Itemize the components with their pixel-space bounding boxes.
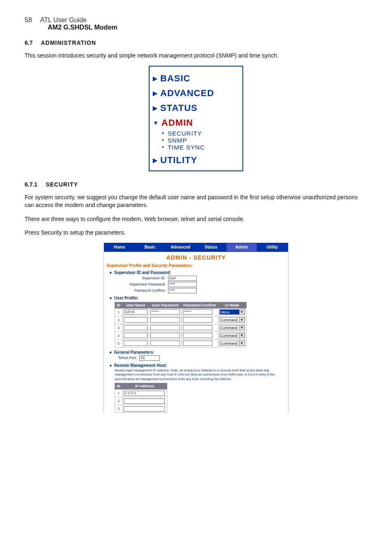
username-input[interactable] [124,341,148,346]
menu-item-basic[interactable]: ▶ BASIC [153,73,239,84]
cell-id: 4 [115,332,122,339]
uimode-select[interactable]: Command▼ [219,333,245,338]
table-row: 4Command▼ [115,332,247,339]
menu-item-status[interactable]: ▶ STATUS [153,103,239,113]
guide-title: ATL User Guide [40,16,87,24]
supervisor-pw-label: Supervisor Password: [120,282,168,286]
page-title: ADMIN - SECURITY [104,254,288,261]
th-ip: IP Address [122,383,167,389]
submenu-snmp[interactable]: SNMP [162,137,239,144]
userpw-input[interactable] [150,317,180,322]
uimode-select[interactable]: Menu▼ [219,309,245,315]
subsection-p1: For system security, we suggest you chan… [25,193,367,210]
subsection-p3: Press Security to setup the parameters. [25,229,367,237]
section-remote-host: Remote Management Host: [110,363,288,368]
section-intro-text: This session introduces security and sim… [25,52,367,60]
supervisor-pw-input[interactable]: **** [168,282,197,287]
submenu-timesync[interactable]: TIME SYNC [162,144,239,151]
uimode-select[interactable]: Command▼ [219,341,245,346]
submenu-security[interactable]: SECURITY [162,130,239,137]
cell-id: 3 [115,405,122,413]
menu-item-utility[interactable]: ▶ UTILITY [153,155,239,166]
chevron-right-icon: ▶ [153,157,158,163]
section-title: ADMINISTRATION [41,39,96,46]
table-row: 5Command▼ [115,339,247,347]
cell-id: 5 [115,339,122,347]
tab-basic[interactable]: Basic [135,243,165,251]
th-id: ID [115,302,122,308]
menu-item-admin[interactable]: ▼ ADMIN [153,117,239,128]
username-input[interactable] [124,333,148,338]
cell-id: 2 [115,316,122,324]
tab-advanced[interactable]: Advanced [166,243,196,251]
menu-item-advanced[interactable]: ▶ ADVANCED [153,88,239,99]
userpw-input[interactable] [150,325,180,330]
username-input[interactable] [124,325,148,330]
dropdown-icon: ▼ [239,325,244,330]
supervisor-id-label: Supervisor ID: [120,276,168,280]
menu-label: ADMIN [161,117,193,128]
section-general-params: General Parameters: [110,350,288,355]
dropdown-icon: ▼ [239,318,244,322]
pwconfirm-input[interactable] [183,341,212,346]
subsection-number: 6.7.1 [25,181,37,188]
product-title: AM2 G.SHDSL Modem [48,24,367,31]
pwconfirm-input[interactable]: ***** [183,309,212,315]
tab-home[interactable]: Home [104,243,135,251]
pwconfirm-input[interactable] [183,325,212,330]
cell-id: 1 [115,389,122,397]
menu-label: ADVANCED [160,88,214,99]
page-number: 58 [25,16,32,24]
th-id: ID [115,383,122,389]
userpw-input[interactable] [150,333,180,338]
userpw-input[interactable] [150,341,180,346]
username-input[interactable] [124,317,148,322]
userpw-input[interactable]: ***** [150,309,180,315]
submenu-label: SECURITY [168,130,202,137]
table-row: 2 [115,397,167,405]
th-uimode: UI Mode [218,302,246,308]
supervisor-header: Supervisor Profile and Security Paramete… [106,263,286,268]
chevron-right-icon: ▶ [153,90,158,96]
uimode-select[interactable]: Command▼ [219,317,245,322]
tab-status[interactable]: Status [196,243,226,251]
submenu-label: SNMP [168,137,187,144]
user-profile-table: ID User Name User Password Password Conf… [115,302,247,348]
remote-host-note: Modify legal management IP address. Note… [115,368,277,381]
telnet-port-input[interactable]: 23 [139,355,160,361]
cell-id: 1 [115,308,122,316]
ip-input[interactable]: 0.0.0.0 [124,391,165,396]
menu-label: STATUS [160,103,198,113]
subsection-p2: There are three ways to configure the mo… [25,215,367,223]
th-username: User Name [122,302,149,308]
tab-utility[interactable]: Utility [257,243,288,251]
ip-input[interactable] [124,406,165,412]
page-header: 58 ATL User Guide AM2 G.SHDSL Modem [25,16,367,31]
section-label: General Parameters: [114,350,154,355]
supervisor-id-input[interactable]: root [168,276,197,281]
dropdown-icon: ▼ [239,341,244,345]
table-row: 3 [115,405,167,413]
tab-admin[interactable]: Admin [226,243,257,251]
section-user-profile: User Profile: [110,296,288,300]
username-input[interactable]: admin [124,309,148,315]
submenu-label: TIME SYNC [168,144,205,151]
pwconfirm-input[interactable] [183,333,212,338]
pw-confirm-input[interactable]: **** [168,288,197,293]
remote-host-table: ID IP Address 10.0.0.023 [115,383,167,413]
section-label: User Profile: [114,296,138,300]
dropdown-icon: ▼ [239,310,244,314]
th-userpw: User Password [149,302,182,308]
uimode-select[interactable]: Command▼ [219,325,245,330]
subsection-title: SECURITY [46,181,78,188]
chevron-right-icon: ▶ [153,105,158,111]
ip-input[interactable] [124,398,165,404]
pwconfirm-input[interactable] [183,317,212,322]
dropdown-icon: ▼ [239,333,244,338]
pw-confirm-label: Password Confirm: [120,288,168,292]
chevron-right-icon: ▶ [153,76,158,81]
admin-security-screenshot: Home Basic Advanced Status Admin Utility… [104,243,288,413]
tab-bar: Home Basic Advanced Status Admin Utility [104,243,288,252]
menu-screenshot: ▶ BASIC ▶ ADVANCED ▶ STATUS ▼ ADMIN SECU… [149,66,243,171]
section-number: 6.7 [25,39,32,46]
